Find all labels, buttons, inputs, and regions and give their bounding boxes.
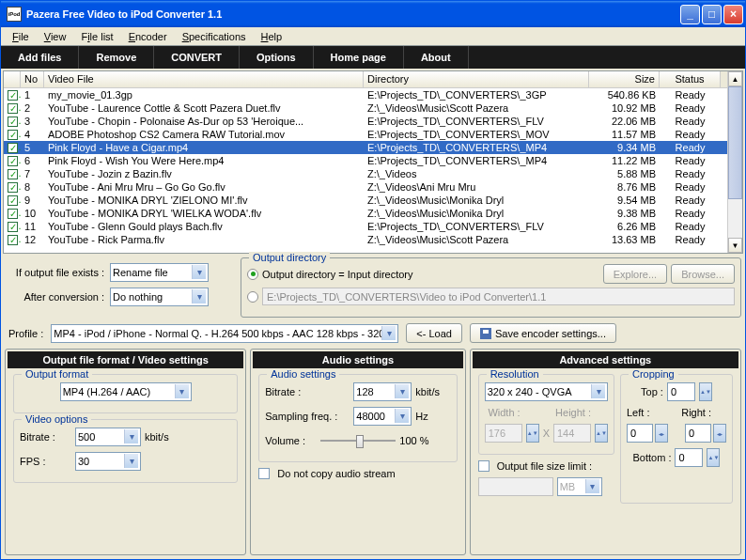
- video-options-title: Video options: [22, 413, 91, 425]
- resolution-select[interactable]: 320 x 240 - QVGA: [485, 382, 608, 401]
- col-no[interactable]: No: [21, 71, 44, 87]
- table-row[interactable]: ✓12YouTube - Rick Parma.flvZ:\_Videos\Mu…: [4, 233, 727, 246]
- browse-button[interactable]: Browse...: [671, 264, 735, 284]
- output-format-select[interactable]: MP4 (H.264 / AAC): [60, 382, 192, 401]
- crop-bottom-spinner[interactable]: ▲▼: [707, 448, 720, 467]
- row-directory: E:\Projects_TD\_CONVERTERS\_FLV: [364, 116, 589, 127]
- menu-specifications[interactable]: Specifications: [175, 29, 254, 44]
- row-filename: Pink Floyd - Wish You Were Here.mp4: [44, 155, 364, 166]
- app-icon: iPod: [7, 7, 22, 22]
- crop-right-input[interactable]: [685, 424, 711, 443]
- minimize-button[interactable]: _: [680, 5, 700, 24]
- crop-bottom-label: Bottom :: [633, 452, 672, 463]
- toolbar-home-page[interactable]: Home page: [314, 46, 404, 69]
- row-status: Ready: [660, 102, 721, 114]
- menu-help[interactable]: Help: [254, 29, 290, 44]
- toolbar-remove[interactable]: Remove: [79, 46, 154, 69]
- scroll-thumb[interactable]: [728, 86, 742, 199]
- row-checkbox[interactable]: ✓: [8, 209, 18, 219]
- table-row[interactable]: ✓7YouTube - Jozin z Bazin.flvZ:\_Videos5…: [4, 167, 727, 180]
- scroll-up-icon[interactable]: ▲: [728, 71, 742, 86]
- menu-view[interactable]: View: [37, 29, 74, 44]
- row-checkbox[interactable]: ✓: [8, 90, 18, 101]
- toolbar-convert[interactable]: CONVERT: [154, 46, 240, 69]
- crop-top-input[interactable]: [667, 382, 695, 401]
- profile-select[interactable]: MP4 - iPod / iPhone - Normal Q. - H.264 …: [51, 324, 398, 343]
- row-checkbox[interactable]: ✓: [8, 182, 18, 193]
- crop-left-input[interactable]: [627, 424, 653, 443]
- audio-settings-title: Audio settings: [267, 368, 339, 380]
- table-row[interactable]: ✓4ADOBE Photoshop CS2 Camera RAW Tutoria…: [4, 128, 727, 141]
- row-checkbox[interactable]: ✓: [8, 156, 18, 166]
- volume-slider[interactable]: [320, 431, 396, 450]
- size-limit-unit: MB: [557, 477, 602, 496]
- row-directory: Z:\_Videos\Music\Scott Pazera: [364, 102, 589, 114]
- video-bitrate-select[interactable]: 500: [75, 428, 141, 446]
- close-button[interactable]: ×: [723, 5, 743, 24]
- output-eq-input-label: Output directory = Input directory: [262, 269, 413, 280]
- explore-button[interactable]: Explore...: [603, 264, 667, 284]
- table-row[interactable]: ✓10YouTube - MONIKA DRYL 'WIELKA WODA'.f…: [4, 207, 727, 220]
- row-checkbox[interactable]: ✓: [8, 169, 18, 179]
- titlebar[interactable]: iPod Pazera Free Video to iPod Converter…: [1, 1, 745, 27]
- audio-bitrate-label: Bitrate :: [265, 386, 350, 397]
- row-checkbox[interactable]: ✓: [8, 195, 18, 206]
- audio-bitrate-select[interactable]: 128: [353, 382, 412, 401]
- col-size[interactable]: Size: [589, 71, 660, 87]
- output-custom-radio[interactable]: [247, 291, 258, 303]
- row-status: Ready: [660, 142, 721, 153]
- row-checkbox[interactable]: ✓: [8, 143, 18, 153]
- output-eq-input-radio[interactable]: [247, 269, 258, 280]
- crop-top-spinner[interactable]: ▲▼: [699, 382, 712, 401]
- toolbar: Add filesRemoveCONVERTOptionsHome pageAb…: [1, 46, 745, 69]
- row-number: 3: [21, 116, 44, 127]
- resolution-title: Resolution: [487, 368, 543, 380]
- menu-file[interactable]: File: [5, 29, 37, 44]
- sampling-select[interactable]: 48000: [353, 407, 412, 426]
- row-checkbox[interactable]: ✓: [8, 117, 18, 127]
- toolbar-about[interactable]: About: [404, 46, 469, 69]
- fps-select[interactable]: 30: [75, 452, 141, 471]
- no-audio-checkbox[interactable]: [258, 468, 270, 479]
- output-path-input[interactable]: [262, 288, 735, 305]
- menu-file-list[interactable]: File list: [73, 29, 120, 44]
- scroll-down-icon[interactable]: ▼: [728, 238, 742, 253]
- col-status[interactable]: Status: [660, 71, 721, 87]
- row-checkbox[interactable]: ✓: [8, 222, 18, 232]
- row-checkbox[interactable]: ✓: [8, 103, 18, 114]
- load-profile-button[interactable]: <- Load: [406, 323, 462, 343]
- row-checkbox[interactable]: ✓: [8, 130, 18, 140]
- height-label: Height :: [550, 407, 591, 418]
- crop-bottom-input[interactable]: [675, 448, 703, 467]
- maximize-button[interactable]: □: [702, 5, 722, 24]
- table-row[interactable]: ✓8YouTube - Ani Mru Mru – Go Go Go.flvZ:…: [4, 180, 727, 194]
- row-number: 6: [21, 155, 44, 166]
- crop-left-spinner[interactable]: ◂▸: [655, 424, 668, 443]
- table-row[interactable]: ✓6Pink Floyd - Wish You Were Here.mp4E:\…: [4, 154, 727, 167]
- file-list-header: No Video File Directory Size Status: [4, 71, 727, 88]
- table-row[interactable]: ✓9YouTube - MONIKA DRYL 'ZIELONO MI'.flv…: [4, 194, 727, 207]
- menu-encoder[interactable]: Encoder: [121, 29, 175, 44]
- row-status: Ready: [660, 129, 721, 140]
- toolbar-add-files[interactable]: Add files: [1, 46, 79, 69]
- toolbar-options[interactable]: Options: [240, 46, 314, 69]
- row-filename: YouTube - Laurence Cottle & Scott Pazera…: [44, 102, 364, 114]
- table-row[interactable]: ✓1my_movie_01.3gpE:\Projects_TD\_CONVERT…: [4, 88, 727, 101]
- row-directory: E:\Projects_TD\_CONVERTERS\_MOV: [364, 129, 589, 140]
- table-row[interactable]: ✓5Pink Floyd - Have a Cigar.mp4E:\Projec…: [4, 141, 727, 154]
- vertical-scrollbar[interactable]: ▲ ▼: [727, 71, 742, 253]
- table-row[interactable]: ✓3YouTube - Chopin - Polonaise As-Dur op…: [4, 115, 727, 128]
- row-filename: YouTube - Chopin - Polonaise As-Dur op 5…: [44, 116, 364, 127]
- menubar: FileViewFile listEncoderSpecificationsHe…: [1, 27, 745, 46]
- col-file[interactable]: Video File: [44, 71, 364, 87]
- after-conversion-select[interactable]: Do nothing: [110, 288, 209, 306]
- table-row[interactable]: ✓11YouTube - Glenn Gould plays Bach.flvE…: [4, 220, 727, 233]
- crop-right-spinner[interactable]: ◂▸: [713, 424, 726, 443]
- output-exists-select[interactable]: Rename file: [110, 263, 209, 282]
- save-encoder-button[interactable]: Save encoder settings...: [470, 323, 616, 343]
- sampling-unit: Hz: [415, 411, 427, 422]
- col-dir[interactable]: Directory: [364, 71, 589, 87]
- row-checkbox[interactable]: ✓: [8, 235, 18, 245]
- table-row[interactable]: ✓2YouTube - Laurence Cottle & Scott Paze…: [4, 101, 727, 115]
- size-limit-checkbox[interactable]: [478, 460, 490, 472]
